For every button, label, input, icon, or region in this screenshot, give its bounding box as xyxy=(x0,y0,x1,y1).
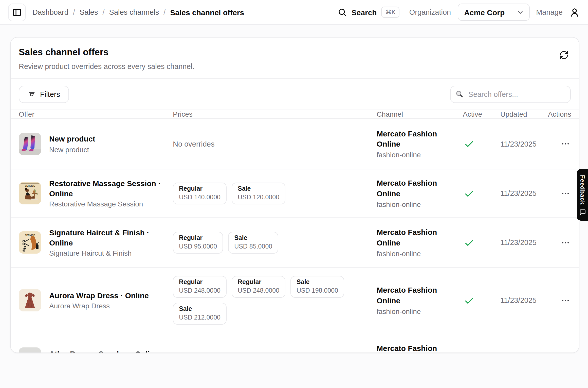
active-check-icon xyxy=(464,188,500,199)
card-header: Sales channel offers Review product over… xyxy=(11,38,579,79)
table-row[interactable]: SERVICE Signature xyxy=(11,218,579,268)
feedback-label: Feedback xyxy=(579,175,585,205)
offer-subtitle: Restorative Massage Session xyxy=(49,200,162,208)
breadcrumb-dashboard[interactable]: Dashboard xyxy=(32,8,68,16)
magnifier-icon xyxy=(455,90,464,98)
offer-title: Aurora Wrap Dress · Online xyxy=(49,290,149,301)
manage-link[interactable]: Manage xyxy=(536,8,563,16)
feedback-tab[interactable]: Feedback xyxy=(577,169,588,220)
channel-handle: fashion-online xyxy=(377,307,463,315)
table-row[interactable]: Aurora Wrap Dress · Online Aurora Wrap D… xyxy=(11,268,579,333)
channel-handle: fashion-online xyxy=(377,151,463,159)
user-menu-button[interactable] xyxy=(569,7,580,17)
breadcrumb-sales[interactable]: Sales xyxy=(80,8,98,16)
offers-card: Sales channel offers Review product over… xyxy=(10,37,579,353)
chevron-down-icon xyxy=(516,8,524,16)
table-row[interactable]: New product New product No overrides Mer… xyxy=(11,119,579,169)
offer-title: New product xyxy=(49,134,95,144)
channel-name: Mercato Fashion Online xyxy=(377,344,442,353)
channel-name: Mercato Fashion Online xyxy=(377,129,442,149)
breadcrumb-current-page: Sales channel offers xyxy=(170,8,244,16)
table-header-row: Offer Prices Channel Active Updated Acti… xyxy=(11,110,579,119)
updated-date: 11/23/2025 xyxy=(500,140,548,148)
breadcrumb-separator: / xyxy=(163,8,166,16)
column-header-channel: Channel xyxy=(377,110,463,118)
ellipsis-icon xyxy=(561,238,570,247)
offer-title: Signature Haircut & Finish · Online xyxy=(49,227,162,248)
top-bar-right: Search ⌘K Organization Acme Corp Manage xyxy=(338,4,580,21)
channel-name: Mercato Fashion Online xyxy=(377,285,442,306)
filter-funnel-icon xyxy=(28,91,35,98)
organization-select[interactable]: Acme Corp xyxy=(457,4,529,21)
offers-search-input[interactable] xyxy=(450,86,571,103)
ellipsis-icon xyxy=(561,189,570,198)
offer-subtitle: Aurora Wrap Dress xyxy=(49,302,149,310)
offer-title: Restorative Massage Session · Online xyxy=(49,178,162,198)
table-row[interactable]: SERVICE xyxy=(11,169,579,218)
panel-left-icon xyxy=(12,7,22,17)
channel-name: Mercato Fashion Online xyxy=(377,227,442,248)
organization-label: Organization xyxy=(409,8,451,16)
row-actions-button[interactable] xyxy=(560,236,571,249)
active-check-icon xyxy=(464,138,500,149)
product-thumbnail-sneaker xyxy=(19,347,41,353)
price-chip: Regular USD 248.0000 xyxy=(232,276,285,298)
feedback-message-icon xyxy=(579,209,586,215)
svg-text:SERVICE: SERVICE xyxy=(25,185,35,187)
page-title: Sales channel offers xyxy=(19,47,194,58)
offer-title: Atlas Runner Sneaker · Online xyxy=(49,349,159,353)
top-bar: Dashboard / Sales / Sales channels / Sal… xyxy=(0,0,588,25)
channel-name: Mercato Fashion Online xyxy=(377,178,442,199)
row-actions-button[interactable] xyxy=(560,352,571,353)
offer-subtitle: New product xyxy=(49,146,95,154)
updated-date: 11/23/2025 xyxy=(500,296,548,304)
breadcrumb-separator: / xyxy=(73,8,75,16)
product-thumbnail-socks xyxy=(19,133,41,155)
price-chip: Sale USD 198.0000 xyxy=(290,276,344,298)
price-chip: Sale USD 85.0000 xyxy=(228,232,278,253)
channel-handle: fashion-online xyxy=(377,200,463,208)
row-actions-button[interactable] xyxy=(560,137,571,150)
product-thumbnail-massage: SERVICE xyxy=(19,182,41,204)
column-header-updated: Updated xyxy=(500,110,548,118)
sidebar-toggle-button[interactable] xyxy=(8,3,26,21)
column-header-prices: Prices xyxy=(173,110,377,118)
product-thumbnail-dress xyxy=(19,289,41,311)
app-viewport: Dashboard / Sales / Sales channels / Sal… xyxy=(0,0,588,388)
offers-search xyxy=(450,86,571,103)
active-check-icon xyxy=(464,295,500,306)
user-icon xyxy=(569,7,580,17)
refresh-button[interactable] xyxy=(557,48,571,62)
global-search-label: Search xyxy=(352,8,377,16)
updated-date: 11/23/2025 xyxy=(500,189,548,197)
filters-label: Filters xyxy=(40,90,60,98)
price-chip: Regular USD 248.0000 xyxy=(173,276,227,298)
page-subtitle: Review product overrides across every sa… xyxy=(19,62,194,70)
ellipsis-icon xyxy=(561,296,570,305)
channel-handle: fashion-online xyxy=(377,249,463,257)
product-thumbnail-haircut: SERVICE xyxy=(19,231,41,254)
price-chip: Sale USD 212.0000 xyxy=(173,303,227,325)
column-header-actions: Actions xyxy=(548,110,571,118)
table-row[interactable]: Atlas Runner Sneaker · Online Atlas Runn… xyxy=(11,333,579,353)
no-overrides-text: No overrides xyxy=(173,140,214,148)
global-search-button[interactable]: Search ⌘K xyxy=(338,7,400,18)
price-chip: Regular USD 95.0000 xyxy=(173,232,223,253)
filters-button[interactable]: Filters xyxy=(19,86,69,103)
search-icon xyxy=(338,8,347,17)
row-actions-button[interactable] xyxy=(560,187,571,200)
price-chip: Regular USD 140.0000 xyxy=(173,182,227,204)
breadcrumb-sales-channels[interactable]: Sales channels xyxy=(109,8,159,16)
offer-subtitle: Signature Haircut & Finish xyxy=(49,249,162,257)
ellipsis-icon xyxy=(561,139,570,148)
keyboard-shortcut-badge: ⌘K xyxy=(381,7,400,18)
table-toolbar: Filters xyxy=(11,79,579,110)
updated-date: 11/23/2025 xyxy=(500,238,548,246)
row-actions-button[interactable] xyxy=(560,294,571,307)
active-check-icon xyxy=(464,237,500,248)
column-header-active: Active xyxy=(463,110,500,118)
column-header-offer: Offer xyxy=(19,110,173,118)
refresh-icon xyxy=(559,50,569,60)
breadcrumb-separator: / xyxy=(103,8,105,16)
table-body: New product New product No overrides Mer… xyxy=(11,119,579,353)
